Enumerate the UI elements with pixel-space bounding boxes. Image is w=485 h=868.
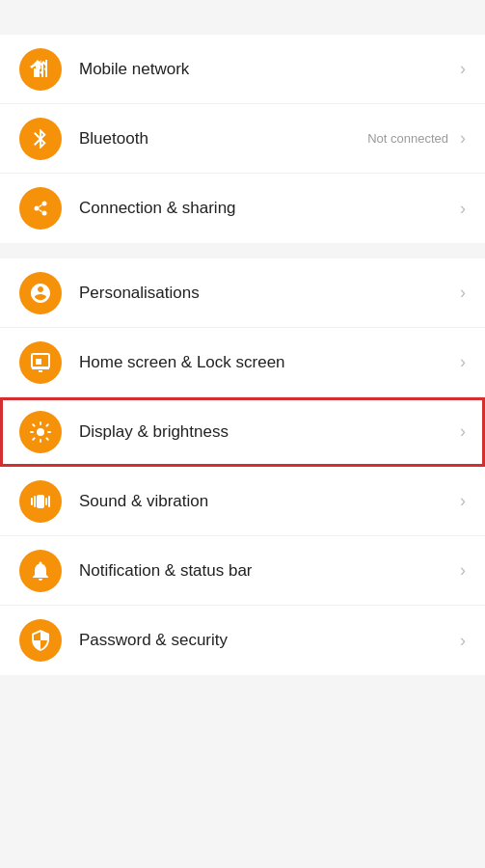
settings-item-bluetooth[interactable]: BluetoothNot connected› [0, 104, 485, 174]
svg-point-5 [42, 202, 47, 206]
bluetooth-chevron: › [460, 128, 466, 149]
notification-status-bar-icon [19, 550, 62, 592]
settings-item-notification-status-bar[interactable]: Notification & status bar› [0, 536, 485, 606]
connection-sharing-label: Connection & sharing [79, 199, 456, 218]
svg-rect-10 [36, 359, 41, 365]
password-security-label: Password & security [79, 631, 456, 650]
mobile-network-label: Mobile network [79, 60, 456, 79]
settings-item-display-brightness[interactable]: Display & brightness› [0, 397, 485, 467]
display-brightness-label: Display & brightness [79, 422, 456, 442]
bluetooth-label: Bluetooth [79, 129, 367, 149]
home-lock-screen-label: Home screen & Lock screen [79, 353, 456, 372]
sound-vibration-icon [19, 480, 62, 523]
svg-rect-0 [38, 66, 40, 77]
settings-group-connectivity: Mobile network› BluetoothNot connected› … [0, 35, 485, 243]
settings-item-password-security[interactable]: Password & security› [0, 606, 485, 675]
svg-rect-3 [34, 68, 36, 77]
svg-point-6 [42, 211, 47, 216]
personalisations-label: Personalisations [79, 284, 456, 303]
svg-point-4 [35, 206, 40, 211]
mobile-network-chevron: › [460, 59, 466, 79]
svg-rect-12 [37, 495, 44, 508]
display-brightness-chevron: › [460, 421, 466, 442]
notification-status-bar-label: Notification & status bar [79, 561, 456, 581]
home-lock-screen-chevron: › [460, 352, 466, 372]
personalisations-chevron: › [460, 283, 466, 303]
settings-item-sound-vibration[interactable]: Sound & vibration› [0, 467, 485, 536]
svg-line-7 [40, 205, 42, 207]
svg-point-11 [37, 428, 44, 436]
home-lock-screen-icon [19, 341, 62, 384]
svg-rect-2 [45, 60, 47, 77]
settings-item-connection-sharing[interactable]: Connection & sharing› [0, 174, 485, 243]
connection-sharing-icon [19, 187, 62, 230]
sound-vibration-chevron: › [460, 491, 466, 511]
settings-item-mobile-network[interactable]: Mobile network› [0, 35, 485, 104]
sound-vibration-label: Sound & vibration [79, 492, 456, 511]
svg-rect-1 [41, 63, 43, 77]
personalisations-icon [19, 272, 62, 314]
connection-sharing-chevron: › [460, 199, 466, 219]
settings-item-personalisations[interactable]: Personalisations› [0, 258, 485, 328]
password-security-icon [19, 619, 62, 662]
svg-line-8 [40, 210, 42, 212]
bluetooth-icon [19, 118, 62, 160]
settings-group-personalization: Personalisations› Home screen & Lock scr… [0, 258, 485, 675]
settings-item-home-lock-screen[interactable]: Home screen & Lock screen› [0, 328, 485, 397]
password-security-chevron: › [460, 631, 466, 651]
page-title [0, 0, 485, 35]
bluetooth-sublabel: Not connected [367, 131, 448, 146]
mobile-network-icon [19, 48, 62, 91]
display-brightness-icon [19, 411, 62, 453]
notification-status-bar-chevron: › [460, 560, 466, 581]
group-divider [0, 251, 485, 258]
